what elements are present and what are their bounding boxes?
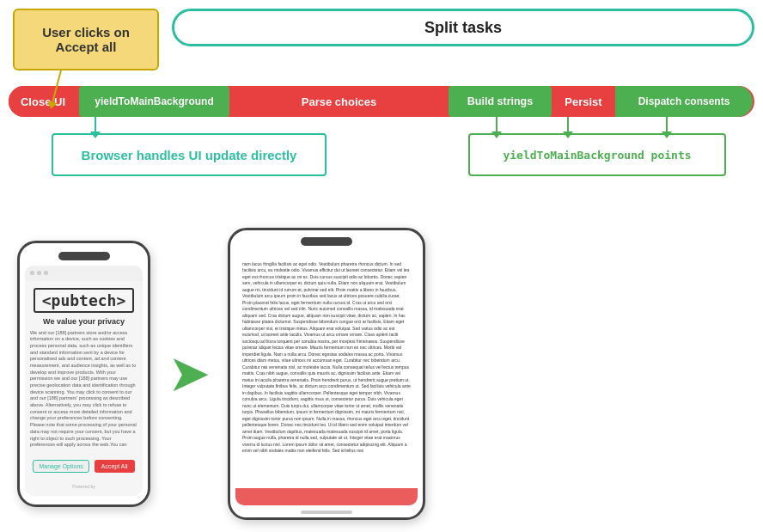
phone-mockup-1: <pubtech> We value your privacy We and o… xyxy=(17,241,150,507)
phone1-body: We and our [188] partners store and/or a… xyxy=(30,330,137,449)
manage-options-button[interactable]: Manage Options xyxy=(33,460,89,473)
phone1-powered: Powered by xyxy=(72,484,95,489)
pipeline-row: Close UI yieldToMainBackground Parse cho… xyxy=(9,86,754,117)
pipe-yield-main: yieldToMainBackground xyxy=(79,86,229,117)
yield-points-box: yieldToMainBackground points xyxy=(468,133,726,176)
user-clicks-box: User clicks on Accept all xyxy=(13,9,159,70)
phone1-dot3 xyxy=(44,271,48,275)
bottom-section: <pubtech> We value your privacy We and o… xyxy=(0,215,763,532)
arrow-yield3 xyxy=(666,117,668,133)
phone1-screen: <pubtech> We value your privacy We and o… xyxy=(25,266,143,496)
phone1-logo: <pubtech> xyxy=(34,288,135,313)
phone1-dot2 xyxy=(37,271,41,275)
arrow-browser xyxy=(95,117,96,133)
phone1-buttons: Manage Options Accept All xyxy=(33,455,134,478)
arrow-yield1 xyxy=(496,117,497,133)
phone2-body: nam lacus fringilla facilisis ac eget od… xyxy=(235,254,418,520)
pipe-persist: Persist xyxy=(553,86,613,117)
diagram-section: User clicks on Accept all Split tasks Cl… xyxy=(0,0,763,223)
phone1-tagline: We value your privacy xyxy=(43,317,125,326)
pipe-dispatch: Dispatch consents xyxy=(615,86,753,117)
transition-arrow: ➤ xyxy=(168,348,211,400)
phone1-header xyxy=(25,266,143,281)
browser-handles-box: Browser handles UI update directly xyxy=(52,133,327,176)
accept-all-button[interactable]: Accept All xyxy=(95,460,135,473)
phone1-top-bar xyxy=(58,252,110,260)
pipe-close-ui: Close UI xyxy=(9,86,77,117)
user-clicks-label: User clicks on Accept all xyxy=(42,25,130,54)
phone1-dot1 xyxy=(30,271,34,275)
phone2-bottom-bar xyxy=(301,511,352,514)
phone2-red-overlay xyxy=(235,488,418,505)
split-tasks-label: Split tasks xyxy=(424,19,502,37)
pipe-parse-choices: Parse choices xyxy=(231,86,447,117)
phone2-screen: nam lacus fringilla facilisis ac eget od… xyxy=(235,254,418,520)
phone-mockup-2: nam lacus fringilla facilisis ac eget od… xyxy=(228,228,425,520)
pipe-build-strings: Build strings xyxy=(449,86,552,117)
phone1-content: <pubtech> We value your privacy We and o… xyxy=(25,281,143,496)
phone2-top-bar xyxy=(301,237,352,246)
split-tasks-banner: Split tasks xyxy=(172,9,754,46)
arrow-yield2 xyxy=(567,117,569,133)
